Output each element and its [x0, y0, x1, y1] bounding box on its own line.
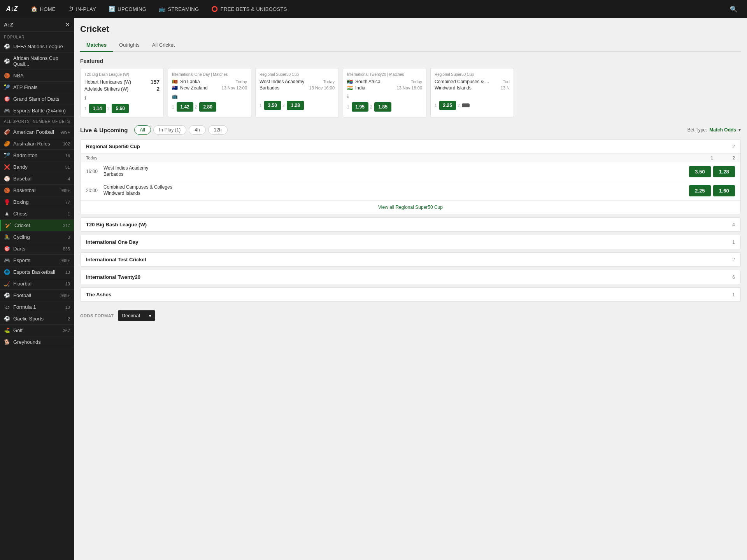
card-info: ℹ — [347, 94, 422, 99]
esports-icon: 🎮 — [4, 108, 10, 114]
competition-name: The Ashes — [86, 292, 111, 298]
sidebar-item-esports[interactable]: 🎮 Esports 999+ — [0, 255, 74, 266]
filter-12h[interactable]: 12h — [208, 125, 228, 135]
sidebar-item-uefa[interactable]: ⚽ UEFA Nations League — [0, 41, 74, 52]
sidebar-item-label: Esports Basketball — [13, 269, 62, 275]
sidebar-item-boxing[interactable]: 🥊 Boxing 77 — [0, 196, 74, 208]
match-teams: West Indies Academy Barbados — [103, 165, 689, 178]
odds-btn-2[interactable]: 2.80 — [199, 102, 216, 112]
filter-4h[interactable]: 4h — [189, 125, 205, 135]
odds-btn-2[interactable]: 1.28 — [287, 101, 303, 110]
sidebar-item-gaelic-sports[interactable]: ⚽ Gaelic Sports 2 — [0, 313, 74, 325]
competition-header[interactable]: International One Day 1 — [81, 235, 740, 249]
competition-header[interactable]: International Twenty20 6 — [81, 270, 740, 284]
sidebar-item-african[interactable]: ⚽ African Nations Cup Quali... — [0, 52, 74, 70]
info-icon[interactable]: ℹ — [347, 94, 349, 99]
sidebar-item-formula1[interactable]: 🏎 Formula 1 10 — [0, 301, 74, 313]
badminton-icon: 🏸 — [4, 152, 10, 158]
sidebar-item-label: Bandy — [13, 164, 62, 170]
nav-home[interactable]: 🏠 HOME — [25, 0, 61, 18]
odds-1[interactable]: 2.25 — [689, 185, 711, 196]
card-odds: 1 2.25 2 — [435, 101, 510, 110]
nav-free-bets[interactable]: ⭕ FREE BETS & UNIBOOSTS — [206, 0, 292, 18]
card-info: 📺 — [172, 94, 247, 99]
sidebar-top: A↕Z ✕ — [0, 18, 74, 32]
sidebar-item-atp[interactable]: 🎾 ATP Finals — [0, 82, 74, 93]
odds-btn-1[interactable]: 1.42 — [177, 102, 193, 112]
sidebar-item-baseball[interactable]: ⚾ Baseball 4 — [0, 173, 74, 185]
odds-format-select[interactable]: Decimal Fractional American — [118, 310, 155, 321]
odds-format-select-wrapper[interactable]: Decimal Fractional American — [118, 310, 155, 321]
competition-int-test: International Test Cricket 2 — [80, 252, 741, 267]
competition-name: Regional Super50 Cup — [86, 144, 140, 149]
sport-count: 835 — [63, 247, 70, 251]
odds-btn-1[interactable]: 1.95 — [352, 102, 368, 112]
info-icon[interactable]: ℹ — [84, 95, 86, 101]
sidebar-item-bandy[interactable]: ❌ Bandy 51 — [0, 161, 74, 173]
sidebar-item-football[interactable]: ⚽ Football 999+ — [0, 290, 74, 301]
page-title: Cricket — [80, 24, 741, 34]
featured-card-4: International Twenty20 | Matches 🇿🇦 Sout… — [343, 68, 426, 117]
sidebar-item-american-football[interactable]: 🏈 American Football 999+ — [0, 126, 74, 138]
odds-btn-1[interactable]: 1.14 — [89, 104, 106, 113]
sidebar-close-button[interactable]: ✕ — [65, 21, 70, 28]
sport-count: 4 — [68, 177, 70, 181]
sidebar-item-esports-battle[interactable]: 🎮 Esports Battle (2x4min) — [0, 105, 74, 117]
sidebar-item-basketball[interactable]: 🏀 Basketball 999+ — [0, 185, 74, 196]
sport-count: 367 — [63, 328, 70, 333]
nav-upcoming[interactable]: 🔄 UPCOMING — [103, 0, 152, 18]
sidebar-item-label: Boxing — [13, 199, 62, 205]
sidebar-item-label: Esports — [13, 257, 57, 263]
competition-header[interactable]: T20 Big Bash League (W) 4 — [81, 218, 740, 231]
sport-count: 999+ — [60, 258, 70, 263]
flag1: 🇱🇰 — [172, 79, 178, 84]
tab-outrights[interactable]: Outrights — [113, 39, 146, 52]
tab-matches[interactable]: Matches — [80, 39, 113, 52]
sidebar-item-floorball[interactable]: 🏒 Floorball 10 — [0, 278, 74, 290]
odds-btn-2[interactable] — [462, 103, 470, 107]
sidebar-item-golf[interactable]: ⛳ Golf 367 — [0, 325, 74, 336]
sidebar-item-grand-slam[interactable]: 🎯 Grand Slam of Darts — [0, 93, 74, 105]
competition-header[interactable]: Regional Super50 Cup 2 — [81, 140, 740, 153]
odds-btn-1[interactable]: 2.25 — [439, 101, 456, 110]
card-odds: 1 1.95 2 1.85 — [347, 102, 422, 112]
sidebar-item-greyhounds[interactable]: 🐕 Greyhounds — [0, 336, 74, 348]
sidebar-item-badminton[interactable]: 🏸 Badminton 16 — [0, 150, 74, 161]
sidebar-item-cricket[interactable]: 🏏 Cricket 317 — [0, 220, 74, 231]
odds-2[interactable]: 1.60 — [713, 185, 735, 196]
sidebar-item-australian-rules[interactable]: 🏉 Australian Rules 102 — [0, 138, 74, 150]
filter-all[interactable]: All — [134, 125, 151, 135]
tab-all-cricket[interactable]: All Cricket — [146, 39, 181, 52]
nav-streaming[interactable]: 📺 STREAMING — [153, 0, 204, 18]
competition-count: 4 — [732, 222, 735, 228]
featured-card-3: Regional Super50 Cup West Indies Academy… — [255, 68, 339, 117]
odds-btn-2[interactable]: 5.60 — [112, 104, 128, 113]
match-odds: 2.25 1.60 — [689, 185, 735, 196]
sidebar-item-darts[interactable]: 🎯 Darts 835 — [0, 243, 74, 255]
odds-2[interactable]: 1.28 — [713, 166, 735, 177]
card-odds: 1 1.14 2 5.60 — [84, 104, 160, 113]
odds-btn-2[interactable]: 1.85 — [374, 102, 391, 112]
all-sports-header: ALL SPORTS NUMBER OF BETS — [0, 117, 74, 126]
sidebar-item-nba[interactable]: 🏀 NBA — [0, 70, 74, 82]
match-odds: 3.50 1.28 — [689, 166, 735, 177]
floorball-icon: 🏒 — [4, 281, 10, 287]
streaming-icon: 📺 — [159, 6, 165, 12]
sidebar-item-chess[interactable]: ♟ Chess 1 — [0, 208, 74, 220]
nav-in-play[interactable]: ⏱ IN-PLAY — [63, 0, 102, 18]
match-row: 20:00 Combined Campuses & Colleges Windw… — [81, 181, 740, 200]
competition-count: 1 — [732, 240, 735, 245]
bet-type-selector[interactable]: Bet Type: Match Odds ▾ — [687, 127, 741, 133]
competition-header[interactable]: International Test Cricket 2 — [81, 253, 740, 266]
view-all-link[interactable]: View all Regional Super50 Cup — [81, 200, 740, 214]
sidebar-item-cycling[interactable]: 🚴 Cycling 3 — [0, 231, 74, 243]
page-tabs: Matches Outrights All Cricket — [80, 39, 741, 52]
sidebar-item-esports-basketball[interactable]: 🌐 Esports Basketball 13 — [0, 266, 74, 278]
flag2: 🇳🇿 — [172, 85, 178, 91]
odds-btn-1[interactable]: 3.50 — [264, 101, 281, 110]
competition-header[interactable]: The Ashes 1 — [81, 288, 740, 301]
search-button[interactable]: 🔍 — [727, 2, 741, 16]
odds-1[interactable]: 3.50 — [689, 166, 711, 177]
filter-in-play[interactable]: In-Play (1) — [153, 125, 186, 135]
sport-count: 51 — [65, 165, 70, 170]
